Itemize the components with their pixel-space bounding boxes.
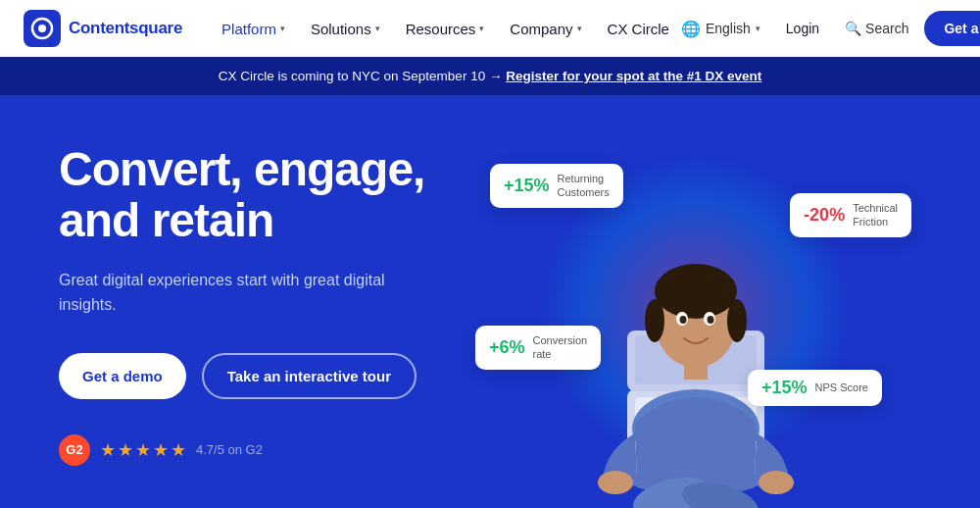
- star-3: ★: [135, 439, 151, 461]
- announcement-link[interactable]: Register for your spot at the #1 DX even…: [506, 69, 761, 83]
- chevron-down-icon: ▾: [577, 24, 582, 33]
- svg-point-2: [38, 25, 46, 32]
- metric-badge-friction: -20% TechnicalFriction: [790, 193, 911, 237]
- chevron-down-icon: ▾: [479, 24, 484, 33]
- svg-point-12: [727, 299, 747, 342]
- chevron-down-icon: ▾: [756, 24, 760, 33]
- svg-rect-17: [684, 360, 708, 380]
- hero-buttons: Get a demo Take an interactive tour: [59, 353, 470, 399]
- nav-right: 🌐 English ▾ Login 🔍 Search Get a demo: [681, 11, 980, 46]
- logo-text: Contentsquare: [69, 19, 182, 38]
- svg-point-11: [645, 299, 664, 342]
- hero-left: Convert, engage, and retain Great digita…: [59, 134, 470, 466]
- chevron-down-icon: ▾: [280, 24, 285, 33]
- svg-point-19: [759, 471, 794, 494]
- nav-links: Platform ▾ Solutions ▾ Resources ▾ Compa…: [210, 13, 681, 45]
- metric-label-nps: NPS Score: [815, 381, 868, 394]
- star-5: ★: [171, 439, 186, 461]
- announcement-bar: CX Circle is coming to NYC on September …: [0, 57, 980, 95]
- metric-value-nps: +15%: [761, 378, 808, 398]
- get-demo-button[interactable]: Get a demo: [924, 11, 980, 46]
- hero-title: Convert, engage, and retain: [59, 144, 470, 246]
- svg-point-16: [708, 316, 714, 324]
- g2-logo: G2: [59, 434, 90, 466]
- navbar: Contentsquare Platform ▾ Solutions ▾ Res…: [0, 0, 980, 57]
- metric-value-conversion: +6%: [489, 337, 525, 358]
- metric-badge-returning: +15% ReturningCustomers: [490, 164, 623, 208]
- metric-value-returning: +15%: [504, 176, 550, 196]
- nav-item-company[interactable]: Company ▾: [498, 13, 593, 45]
- language-selector[interactable]: 🌐 English ▾: [681, 20, 760, 38]
- globe-icon: 🌐: [681, 20, 701, 38]
- metric-badge-nps: +15% NPS Score: [748, 370, 882, 406]
- star-1: ★: [100, 439, 116, 461]
- metric-label-returning: ReturningCustomers: [558, 172, 610, 200]
- metric-value-friction: -20%: [804, 205, 845, 226]
- logo[interactable]: Contentsquare: [24, 10, 182, 47]
- search-button[interactable]: 🔍 Search: [845, 21, 908, 36]
- svg-point-10: [655, 264, 737, 319]
- login-button[interactable]: Login: [776, 15, 829, 42]
- search-icon: 🔍: [845, 21, 861, 36]
- metric-label-friction: TechnicalFriction: [853, 201, 898, 229]
- rating-text: 4.7/5 on G2: [196, 442, 263, 457]
- hero-right: +15% ReturningCustomers -20% TechnicalFr…: [470, 134, 921, 508]
- metric-badge-conversion: +6% Conversionrate: [475, 326, 601, 370]
- star-rating: ★ ★ ★ ★ ★: [100, 439, 186, 461]
- hero-demo-button[interactable]: Get a demo: [59, 353, 186, 399]
- star-4: ★: [153, 439, 169, 461]
- g2-rating: G2 ★ ★ ★ ★ ★ 4.7/5 on G2: [59, 434, 470, 466]
- svg-point-15: [680, 316, 687, 324]
- hero-subtitle: Great digital experiences start with gre…: [59, 268, 412, 318]
- nav-item-cx-circle[interactable]: CX Circle: [596, 13, 681, 45]
- nav-item-resources[interactable]: Resources ▾: [394, 13, 497, 45]
- metric-label-conversion: Conversionrate: [533, 333, 588, 362]
- nav-item-platform[interactable]: Platform ▾: [210, 13, 297, 45]
- star-2: ★: [118, 439, 133, 461]
- hero-section: Convert, engage, and retain Great digita…: [0, 95, 980, 508]
- svg-point-18: [598, 471, 633, 494]
- chevron-down-icon: ▾: [375, 24, 380, 33]
- hero-tour-button[interactable]: Take an interactive tour: [202, 353, 416, 399]
- logo-icon: [24, 10, 61, 47]
- nav-item-solutions[interactable]: Solutions ▾: [299, 13, 392, 45]
